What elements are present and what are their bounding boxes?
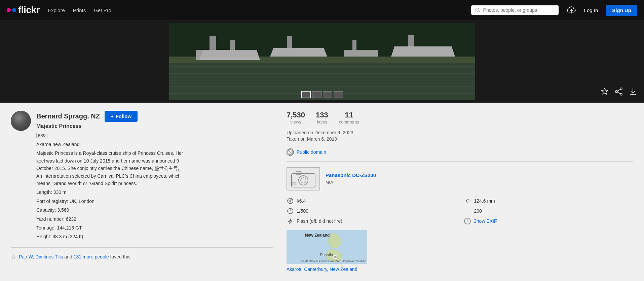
faves-link-pao[interactable]: Pao W, Dimitrios Tilis xyxy=(19,254,63,259)
exif-iso: ISO 200 xyxy=(464,207,634,215)
svg-rect-7 xyxy=(210,36,216,50)
exif-shutter: 1/500 xyxy=(287,207,456,215)
thumbnail-1[interactable] xyxy=(301,91,311,98)
follow-label: Follow xyxy=(116,113,132,119)
public-domain-link[interactable]: Public domain xyxy=(297,149,326,155)
map-credit: © Mapbox © OpenStreetMap · Improve this … xyxy=(301,259,366,263)
svg-point-53 xyxy=(334,255,337,259)
faves-count: 133 xyxy=(316,111,328,119)
photo-title: Majestic Princess xyxy=(36,123,273,129)
thumbnail-3[interactable] xyxy=(323,91,332,98)
exif-focal-length: 124.6 mm xyxy=(464,197,634,205)
photo-thumbnails xyxy=(301,91,343,98)
profile-info: Bernard Spragg. NZ + Follow Majestic Pri… xyxy=(36,111,273,242)
photo-main xyxy=(169,23,475,100)
taken-date: Taken on March 6, 2019 xyxy=(287,136,633,142)
desc-tonnage: Tonnage: 144,216 GT xyxy=(36,224,184,232)
stat-views: 7,530 views xyxy=(287,111,305,125)
views-label: views xyxy=(287,119,305,125)
faves-text: Pao W, Dimitrios Tilis and 131 more peop… xyxy=(19,254,130,259)
upload-date: Uploaded on December 9, 2023 xyxy=(287,130,633,135)
focal-length-icon xyxy=(464,197,471,205)
faves-and: and xyxy=(64,254,73,259)
shutter-value: 1/500 xyxy=(297,208,308,214)
show-exif-link[interactable]: Show EXIF xyxy=(473,218,497,224)
search-input[interactable] xyxy=(483,7,555,13)
iso-icon: ISO xyxy=(464,207,471,215)
camera-na: N/A xyxy=(326,180,333,185)
profile-top: Bernard Spragg. NZ + Follow xyxy=(36,111,273,122)
photo-area xyxy=(0,20,644,103)
map-container[interactable]: New Zealand © Mapbox © OpenStreetMap · I… xyxy=(287,230,367,264)
svg-rect-11 xyxy=(287,36,292,48)
faves-link-more[interactable]: 131 more people xyxy=(74,254,109,259)
desc-port: Port of registry: UK, London xyxy=(36,198,184,205)
exif-grid: f/6.4 124.6 mm 1/500 ISO 200 xyxy=(287,197,633,225)
camera-name-link[interactable]: Panasonic DC-ZS200 xyxy=(326,172,376,178)
focal-length-value: 124.6 mm xyxy=(474,198,495,204)
svg-line-27 xyxy=(617,90,620,91)
svg-rect-16 xyxy=(408,35,414,46)
meta-section: Uploaded on December 9, 2023 Taken on Ma… xyxy=(287,130,633,142)
flash-icon xyxy=(287,217,294,225)
header: flickr Explore Prints Get Pro Log In Sig… xyxy=(0,0,644,20)
pro-badge: PRO xyxy=(36,133,47,138)
upload-button[interactable] xyxy=(567,6,576,14)
search-icon xyxy=(475,7,481,13)
camera-icon xyxy=(290,170,317,188)
main-content: Bernard Spragg. NZ + Follow Majestic Pri… xyxy=(0,103,644,280)
download-icon[interactable] xyxy=(629,87,637,98)
nav-prints[interactable]: Prints xyxy=(73,7,86,13)
svg-marker-9 xyxy=(199,50,260,60)
location-link[interactable]: Akaroa, Canterbury, New Zealand xyxy=(287,267,633,272)
flickr-logo[interactable]: flickr xyxy=(7,5,40,15)
dot-blue xyxy=(12,8,16,12)
desc-line-1: Akaroa new Zealand. xyxy=(36,141,184,148)
desc-length: Length: 330 m xyxy=(36,188,184,196)
aperture-icon xyxy=(287,197,294,205)
profile-name: Bernard Spragg. NZ xyxy=(36,112,100,120)
left-column: Bernard Spragg. NZ + Follow Majestic Pri… xyxy=(11,111,273,272)
svg-rect-37 xyxy=(293,182,295,185)
public-domain: Public domain xyxy=(287,148,633,156)
camera-section: Panasonic DC-ZS200 N/A xyxy=(287,167,633,190)
views-count: 7,530 xyxy=(287,111,305,119)
thumbnail-4[interactable] xyxy=(334,91,343,98)
right-column: 7,530 views 133 faves 11 comments Upload… xyxy=(273,111,633,272)
faves-label: faves xyxy=(316,119,328,125)
photo-actions xyxy=(600,87,637,98)
svg-marker-17 xyxy=(391,46,455,57)
desc-capacity: Capacity: 3,560 xyxy=(36,206,184,214)
svg-marker-12 xyxy=(270,48,327,57)
nav-get-pro[interactable]: Get Pro xyxy=(94,7,111,13)
shutter-icon xyxy=(287,207,294,215)
stat-faves: 133 faves xyxy=(316,111,328,125)
svg-point-0 xyxy=(476,8,479,11)
profile-section: Bernard Spragg. NZ + Follow Majestic Pri… xyxy=(11,111,273,242)
favorite-icon[interactable] xyxy=(600,87,609,98)
map-label: New Zealand xyxy=(305,233,330,238)
exif-flash: Flash (off, did not fire) xyxy=(287,217,456,225)
signup-button[interactable]: Sign Up xyxy=(606,5,637,16)
thumbnail-2[interactable] xyxy=(312,91,321,98)
dot-pink xyxy=(7,8,11,12)
flash-value: Flash (off, did not fire) xyxy=(297,218,342,224)
camera-icon-box xyxy=(287,167,320,190)
stat-comments: 11 comments xyxy=(339,111,359,125)
follow-button[interactable]: + Follow xyxy=(105,111,138,122)
divider-1 xyxy=(11,247,273,248)
exif-show: i Show EXIF xyxy=(464,217,634,225)
camera-info: Panasonic DC-ZS200 N/A xyxy=(326,172,376,185)
desc-height: Height: 68.3 m (224 ft) xyxy=(36,233,184,240)
svg-point-25 xyxy=(620,93,622,95)
login-button[interactable]: Log In xyxy=(584,7,598,13)
svg-point-26 xyxy=(615,91,617,93)
comments-count: 11 xyxy=(339,111,359,119)
desc-yard: Yard number: 6232 xyxy=(36,215,184,223)
upload-icon xyxy=(567,6,576,14)
avatar[interactable] xyxy=(11,111,31,131)
share-icon[interactable] xyxy=(614,87,623,98)
nav-explore[interactable]: Explore xyxy=(48,7,65,13)
description: Akaroa new Zealand. Majestic Princess is… xyxy=(36,141,184,241)
aperture-value: f/6.4 xyxy=(297,198,306,204)
